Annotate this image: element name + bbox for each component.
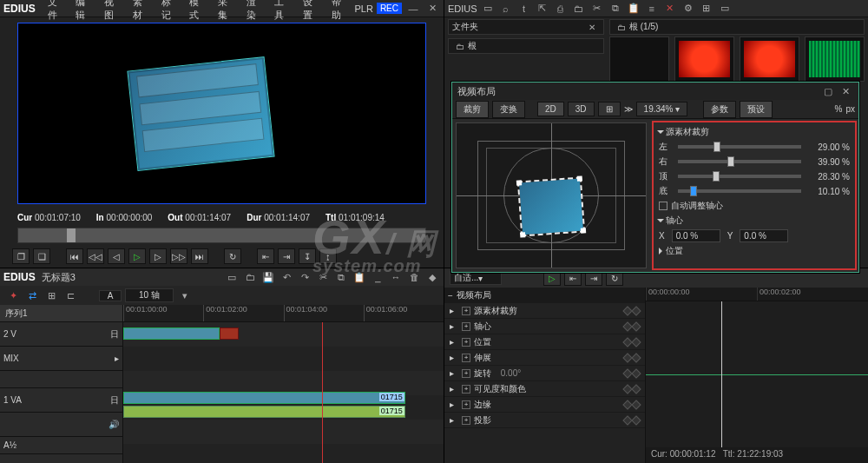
props-icon[interactable]: ▭: [717, 2, 733, 16]
search-icon[interactable]: ⌕: [498, 2, 514, 16]
track-head-mix[interactable]: MIX▸: [0, 347, 122, 371]
import-icon[interactable]: ⇱: [535, 2, 550, 16]
slider-right-knob[interactable]: [727, 156, 734, 167]
unit-px[interactable]: px: [845, 104, 855, 114]
video-clip-red[interactable]: [220, 327, 239, 340]
insert-button[interactable]: ↧: [299, 248, 316, 264]
fx-node-axis[interactable]: ▸+轴心: [444, 319, 645, 334]
tab-preset[interactable]: 预设: [740, 101, 773, 118]
slider-top-track[interactable]: [678, 175, 801, 178]
handle-br[interactable]: [581, 228, 586, 233]
menu-settings[interactable]: 设置: [298, 0, 325, 23]
fx-node-stretch[interactable]: ▸+伸展: [444, 350, 645, 366]
fx-node-shadow[interactable]: ▸+投影: [444, 413, 645, 428]
timeline-tracks[interactable]: 01715 01715: [123, 322, 444, 463]
fx-node-rotate[interactable]: ▸+旋转 0.00°: [444, 366, 645, 381]
tl-delete-icon[interactable]: 🗑: [406, 270, 422, 284]
sequence-tab[interactable]: 序列1: [0, 305, 122, 322]
settings-icon[interactable]: ⚙: [681, 2, 696, 16]
handle-tl[interactable]: [516, 181, 522, 186]
play-button[interactable]: ▷: [128, 248, 146, 264]
slider-bottom-track[interactable]: [678, 189, 801, 193]
vlayout-canvas[interactable]: [456, 122, 647, 268]
fx-node-vis[interactable]: ▸+可见度和颜色: [444, 381, 645, 397]
fx-node-src-crop[interactable]: ▸+源素材裁剪: [444, 303, 645, 319]
audio-clip[interactable]: 01715: [123, 406, 405, 418]
folder-close-icon[interactable]: ✕: [584, 20, 600, 34]
btn-2d[interactable]: 2D: [537, 102, 564, 116]
preview-viewport[interactable]: [17, 23, 426, 204]
next-frame-button[interactable]: ▷: [149, 248, 167, 264]
copy-icon[interactable]: ⧉: [608, 2, 623, 16]
track-dropdown-icon[interactable]: ▾: [177, 288, 193, 302]
folder-icon[interactable]: 🗀: [571, 2, 587, 16]
tree-icon[interactable]: ⊞: [699, 2, 714, 16]
track-count[interactable]: 10 轴: [125, 288, 174, 302]
tag-icon[interactable]: t: [516, 2, 532, 16]
tl-split-icon[interactable]: ⎯: [370, 270, 385, 284]
edit-mode-icon[interactable]: ✦: [5, 288, 21, 302]
loop-button[interactable]: ↻: [224, 248, 241, 264]
set-in-button[interactable]: ❐: [12, 248, 30, 264]
tl-open-icon[interactable]: 🗀: [242, 270, 258, 284]
video-clip[interactable]: [123, 327, 220, 340]
step-fwd-button[interactable]: ▷▷: [170, 248, 187, 264]
menu-help[interactable]: 帮助: [326, 0, 353, 23]
menu-mark[interactable]: 标记: [156, 0, 183, 23]
slider-left-value[interactable]: 29.00 %: [806, 142, 850, 152]
slider-top-knob[interactable]: [713, 171, 720, 182]
tl-cut-icon[interactable]: ✂: [315, 270, 331, 284]
vlayout-maximize-icon[interactable]: ▢: [820, 84, 836, 98]
track-head-1va[interactable]: 1 VA日: [0, 388, 122, 413]
thumb-1[interactable]: [609, 36, 669, 82]
section-axis[interactable]: 轴心: [659, 215, 850, 227]
handle-tr[interactable]: [576, 176, 582, 182]
tab-crop[interactable]: 裁剪: [456, 101, 489, 118]
goto-end-button[interactable]: ⏭: [191, 248, 208, 264]
zoom-dropdown[interactable]: 19.34% ▾: [636, 102, 688, 116]
prev-frame-button[interactable]: ◁: [108, 248, 125, 264]
tl-undo-icon[interactable]: ↶: [279, 270, 294, 284]
handle-bl[interactable]: [520, 232, 525, 237]
delete-icon[interactable]: ✕: [662, 2, 678, 16]
trim-mode-icon[interactable]: ⇄: [24, 288, 40, 302]
fx-graph[interactable]: [646, 301, 868, 447]
tl-save-icon[interactable]: 💾: [260, 270, 276, 284]
tl-new-icon[interactable]: ▭: [224, 270, 240, 284]
menu-capture[interactable]: 采集: [213, 0, 240, 23]
cut-icon[interactable]: ✂: [589, 2, 605, 16]
slider-left-knob[interactable]: [713, 142, 720, 152]
preview-scrubber[interactable]: [17, 228, 426, 243]
scrubber-head[interactable]: [67, 228, 76, 242]
slider-right-value[interactable]: 39.90 %: [806, 157, 850, 167]
timeline-ruler[interactable]: 00:01:00:00 00:01:02:00 00:01:04:00 00:0…: [123, 305, 444, 322]
folder-root-item[interactable]: 🗀 根: [448, 38, 604, 54]
auto-axis-checkbox[interactable]: 自动调整轴心: [659, 200, 850, 212]
fx-node-edge[interactable]: ▸+边缘: [444, 397, 645, 413]
timeline-playhead[interactable]: [322, 322, 323, 463]
thumb-3[interactable]: [740, 36, 799, 82]
menu-clip[interactable]: 素材: [128, 0, 155, 23]
track-head-2v[interactable]: 2 V日: [0, 322, 122, 347]
fx-node-position[interactable]: ▸+位置: [444, 334, 645, 350]
section-position[interactable]: 位置: [659, 245, 850, 257]
tl-copy-icon[interactable]: ⧉: [333, 270, 349, 284]
vlayout-close-icon[interactable]: ✕: [838, 84, 853, 98]
fx-root-node[interactable]: −视频布局: [444, 288, 645, 303]
tl-paste-icon[interactable]: 📋: [352, 270, 367, 284]
menu-mode[interactable]: 模式: [184, 0, 211, 23]
slider-left-track[interactable]: [678, 145, 801, 149]
va-clip[interactable]: 01715: [123, 392, 405, 404]
axis-y-field[interactable]: 0.0 %: [740, 229, 788, 242]
slider-bottom-value[interactable]: 10.10 %: [806, 187, 850, 196]
tl-redo-icon[interactable]: ↷: [297, 270, 312, 284]
slider-bottom-knob[interactable]: [690, 186, 697, 196]
btn-3d[interactable]: 3D: [568, 102, 595, 116]
tab-params[interactable]: 参数: [703, 101, 736, 118]
tab-transform[interactable]: 变换: [492, 101, 525, 118]
overwrite-button[interactable]: ↨: [319, 248, 337, 264]
btn-grid[interactable]: ⊞: [598, 102, 621, 116]
set-out-button[interactable]: ❑: [33, 248, 50, 264]
menu-file[interactable]: 文件: [43, 0, 69, 23]
close-icon[interactable]: ✕: [424, 2, 440, 16]
